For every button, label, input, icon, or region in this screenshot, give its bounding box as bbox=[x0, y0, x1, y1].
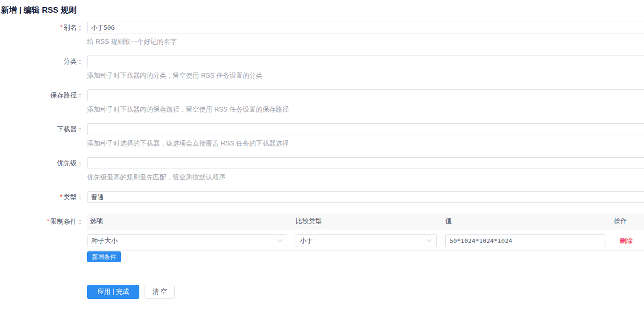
field-row-category: 分类： 添加种子时下载器内的分类，留空使用 RSS 任务设置的分类 bbox=[0, 56, 644, 79]
page-title: 新增 | 编辑 RSS 规则 bbox=[1, 6, 644, 15]
condition-option-select[interactable]: 种子大小 bbox=[87, 234, 287, 247]
rss-rule-form-page: 新增 | 编辑 RSS 规则 *别名： 给 RSS 规则取一个好记的名字 分类：… bbox=[0, 6, 644, 322]
condition-option-value: 种子大小 bbox=[91, 237, 118, 244]
rss-rule-form: *别名： 给 RSS 规则取一个好记的名字 分类： 添加种子时下载器内的分类，留… bbox=[0, 22, 644, 299]
alias-input[interactable] bbox=[87, 22, 644, 33]
required-asterisk: * bbox=[47, 217, 49, 225]
field-row-save-path: 保存路径： 添加种子时下载器内的保存路径，留空使用 RSS 任务设置的保存路径 bbox=[0, 89, 644, 113]
save-path-hint: 添加种子时下载器内的保存路径，留空使用 RSS 任务设置的保存路径 bbox=[87, 106, 644, 113]
alias-hint: 给 RSS 规则取一个好记的名字 bbox=[87, 38, 644, 45]
condition-row: 种子大小 小于 bbox=[87, 230, 644, 250]
field-row-priority: 优先级： 优先级最高的规则最先匹配，留空则按默认顺序 bbox=[0, 157, 644, 181]
conditions-label: *限制条件： bbox=[0, 213, 87, 230]
field-row-downloader: 下载器： 添加种子时选择的下载器，该选项会直接覆盖 RSS 任务的下载器选择 bbox=[0, 123, 644, 147]
priority-hint: 优先级最高的规则最先匹配，留空则按默认顺序 bbox=[87, 174, 644, 181]
priority-label: 优先级： bbox=[0, 157, 87, 169]
alias-label: *别名： bbox=[0, 22, 87, 33]
column-header-value: 值 bbox=[443, 213, 611, 230]
category-input[interactable] bbox=[87, 56, 644, 67]
conditions-table: 选项 比较类型 值 操作 种子大小 bbox=[87, 213, 644, 251]
apply-finish-button[interactable]: 应用 | 完成 bbox=[87, 285, 139, 299]
condition-comparator-value: 小于 bbox=[300, 237, 313, 244]
priority-input[interactable] bbox=[87, 157, 644, 169]
condition-value-input[interactable] bbox=[445, 234, 605, 247]
form-footer: 应用 | 完成 清 空 bbox=[87, 285, 644, 299]
chevron-down-icon bbox=[277, 237, 282, 242]
downloader-input[interactable] bbox=[87, 123, 644, 135]
clear-button[interactable]: 清 空 bbox=[145, 285, 175, 299]
field-row-conditions: *限制条件： 选项 比较类型 值 操作 bbox=[0, 213, 644, 262]
column-header-comparator: 比较类型 bbox=[293, 213, 443, 230]
category-label: 分类： bbox=[0, 56, 87, 67]
required-asterisk: * bbox=[60, 193, 63, 201]
column-header-action: 操作 bbox=[611, 213, 644, 230]
type-label: *类型： bbox=[0, 191, 87, 203]
save-path-input[interactable] bbox=[87, 89, 644, 101]
field-row-alias: *别名： 给 RSS 规则取一个好记的名字 bbox=[0, 22, 644, 45]
field-row-type: *类型： bbox=[0, 191, 644, 203]
add-condition-button[interactable]: 新增条件 bbox=[87, 251, 121, 262]
conditions-header-row: 选项 比较类型 值 操作 bbox=[87, 213, 644, 230]
delete-condition-link[interactable]: 删除 bbox=[620, 237, 633, 244]
required-asterisk: * bbox=[60, 24, 63, 31]
condition-comparator-select[interactable]: 小于 bbox=[296, 234, 437, 247]
column-header-option: 选项 bbox=[87, 213, 293, 230]
category-hint: 添加种子时下载器内的分类，留空使用 RSS 任务设置的分类 bbox=[87, 72, 644, 79]
downloader-label: 下载器： bbox=[0, 123, 87, 135]
save-path-label: 保存路径： bbox=[0, 89, 87, 101]
type-input[interactable] bbox=[87, 191, 644, 203]
downloader-hint: 添加种子时选择的下载器，该选项会直接覆盖 RSS 任务的下载器选择 bbox=[87, 140, 644, 147]
chevron-down-icon bbox=[427, 237, 432, 242]
